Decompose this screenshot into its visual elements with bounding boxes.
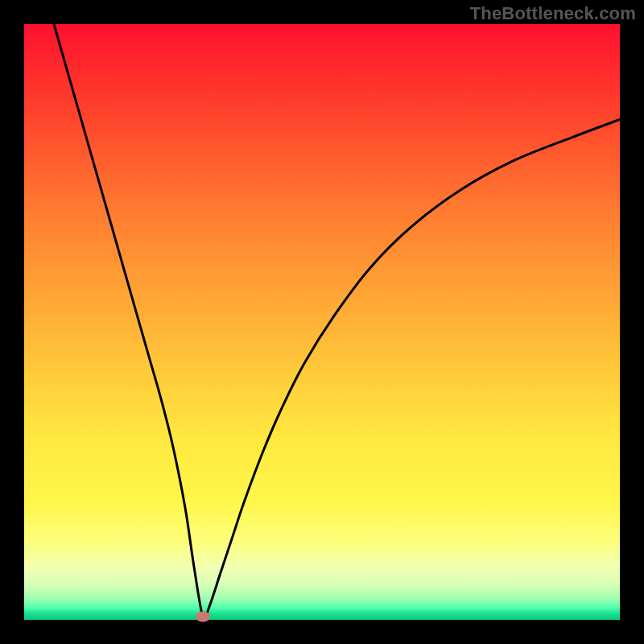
watermark-text: TheBottleneck.com bbox=[470, 3, 636, 24]
plot-area bbox=[24, 24, 620, 620]
optimum-marker bbox=[196, 612, 210, 622]
chart-frame: TheBottleneck.com bbox=[0, 0, 644, 644]
curve-svg bbox=[24, 24, 620, 620]
bottleneck-curve-path bbox=[54, 24, 620, 620]
